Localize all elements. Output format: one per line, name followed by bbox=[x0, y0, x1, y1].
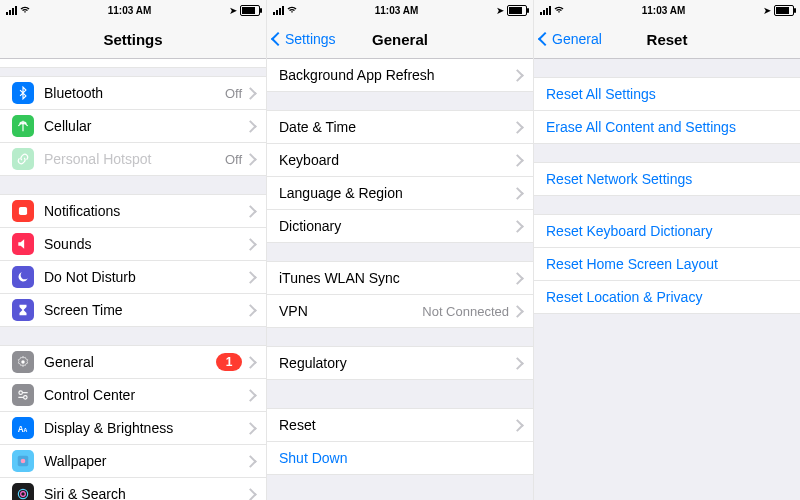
row-label: Siri & Search bbox=[44, 486, 248, 500]
row-vpn[interactable]: VPN Not Connected bbox=[267, 295, 533, 328]
chevron-right-icon bbox=[248, 389, 256, 401]
row-control-center[interactable]: Control Center bbox=[0, 379, 266, 412]
row-itunes-wlan-sync[interactable]: iTunes WLAN Sync bbox=[267, 261, 533, 295]
battery-icon bbox=[774, 5, 794, 16]
text-size-icon: AA bbox=[12, 417, 34, 439]
location-icon: ➤ bbox=[229, 5, 237, 16]
notification-badge: 1 bbox=[216, 353, 242, 371]
row-reset-network-settings[interactable]: Reset Network Settings bbox=[534, 162, 800, 196]
row-erase-all-content[interactable]: Erase All Content and Settings bbox=[534, 111, 800, 144]
row-label: Date & Time bbox=[279, 119, 515, 135]
svg-point-3 bbox=[24, 396, 27, 400]
svg-point-9 bbox=[21, 492, 26, 497]
row-regulatory[interactable]: Regulatory bbox=[267, 346, 533, 380]
row-label: Reset Keyboard Dictionary bbox=[546, 223, 713, 239]
svg-text:A: A bbox=[18, 425, 24, 434]
wifi-icon bbox=[287, 5, 297, 16]
wifi-icon bbox=[20, 5, 30, 16]
row-value: Off bbox=[225, 152, 242, 167]
row-label: Control Center bbox=[44, 387, 248, 403]
settings-list: Bluetooth Off Cellular Personal Hotspot … bbox=[0, 59, 266, 500]
location-icon: ➤ bbox=[496, 5, 504, 16]
switches-icon bbox=[12, 384, 34, 406]
chevron-right-icon bbox=[248, 87, 256, 99]
screen-settings: 11:03 AM ➤ Settings Bluetooth Off Cellul… bbox=[0, 0, 267, 500]
row-label: Reset Location & Privacy bbox=[546, 289, 702, 305]
row-wallpaper[interactable]: Wallpaper bbox=[0, 445, 266, 478]
row-language-region[interactable]: Language & Region bbox=[267, 177, 533, 210]
row-label: Regulatory bbox=[279, 355, 515, 371]
svg-point-7 bbox=[21, 459, 26, 464]
nav-bar: Settings bbox=[0, 20, 266, 59]
wallpaper-icon bbox=[12, 450, 34, 472]
row-label: Screen Time bbox=[44, 302, 248, 318]
row-label: Erase All Content and Settings bbox=[546, 119, 736, 135]
row-label: Wallpaper bbox=[44, 453, 248, 469]
svg-point-8 bbox=[18, 489, 27, 498]
row-reset-all-settings[interactable]: Reset All Settings bbox=[534, 77, 800, 111]
row-label: Cellular bbox=[44, 118, 248, 134]
general-list: Background App Refresh Date & Time Keybo… bbox=[267, 59, 533, 500]
chevron-right-icon bbox=[248, 271, 256, 283]
row-value: Not Connected bbox=[422, 304, 509, 319]
row-label: Display & Brightness bbox=[44, 420, 248, 436]
location-icon: ➤ bbox=[763, 5, 771, 16]
nav-title: Reset bbox=[647, 31, 688, 48]
svg-point-2 bbox=[19, 391, 23, 395]
chevron-right-icon bbox=[515, 357, 523, 369]
row-general[interactable]: General 1 bbox=[0, 345, 266, 379]
back-button[interactable]: Settings bbox=[273, 20, 336, 58]
svg-text:A: A bbox=[24, 427, 28, 433]
speaker-icon bbox=[12, 233, 34, 255]
row-reset[interactable]: Reset bbox=[267, 408, 533, 442]
row-label: Keyboard bbox=[279, 152, 515, 168]
chevron-right-icon bbox=[248, 205, 256, 217]
row-notifications[interactable]: Notifications bbox=[0, 194, 266, 228]
battery-icon bbox=[507, 5, 527, 16]
screen-reset: 11:03 AM ➤ General Reset Reset All Setti… bbox=[534, 0, 800, 500]
chevron-right-icon bbox=[515, 69, 523, 81]
bluetooth-icon bbox=[12, 82, 34, 104]
row-bluetooth[interactable]: Bluetooth Off bbox=[0, 76, 266, 110]
svg-point-1 bbox=[21, 360, 25, 364]
hourglass-icon bbox=[12, 299, 34, 321]
chevron-right-icon bbox=[515, 305, 523, 317]
row-value: Off bbox=[225, 86, 242, 101]
row-shut-down[interactable]: Shut Down bbox=[267, 442, 533, 475]
chevron-right-icon bbox=[248, 238, 256, 250]
chevron-left-icon bbox=[273, 31, 283, 47]
row-dictionary[interactable]: Dictionary bbox=[267, 210, 533, 243]
row-date-time[interactable]: Date & Time bbox=[267, 110, 533, 144]
row-label: Bluetooth bbox=[44, 85, 225, 101]
chevron-right-icon bbox=[248, 356, 256, 368]
moon-icon bbox=[12, 266, 34, 288]
back-button[interactable]: General bbox=[540, 20, 602, 58]
row-personal-hotspot[interactable]: Personal Hotspot Off bbox=[0, 143, 266, 176]
row-label: Personal Hotspot bbox=[44, 151, 225, 167]
chevron-right-icon bbox=[248, 488, 256, 500]
siri-icon bbox=[12, 483, 34, 500]
row-cellular[interactable]: Cellular bbox=[0, 110, 266, 143]
row-background-app-refresh[interactable]: Background App Refresh bbox=[267, 59, 533, 92]
row-reset-keyboard-dictionary[interactable]: Reset Keyboard Dictionary bbox=[534, 214, 800, 248]
row-sounds[interactable]: Sounds bbox=[0, 228, 266, 261]
row-do-not-disturb[interactable]: Do Not Disturb bbox=[0, 261, 266, 294]
row-siri-search[interactable]: Siri & Search bbox=[0, 478, 266, 500]
row-screen-time[interactable]: Screen Time bbox=[0, 294, 266, 327]
row-label: Background App Refresh bbox=[279, 67, 515, 83]
gear-icon bbox=[12, 351, 34, 373]
link-icon bbox=[12, 148, 34, 170]
row-label: Reset Network Settings bbox=[546, 171, 692, 187]
row-label: Sounds bbox=[44, 236, 248, 252]
row-reset-home-screen-layout[interactable]: Reset Home Screen Layout bbox=[534, 248, 800, 281]
row-display-brightness[interactable]: AA Display & Brightness bbox=[0, 412, 266, 445]
nav-title: Settings bbox=[103, 31, 162, 48]
row-label: Shut Down bbox=[279, 450, 523, 466]
row-label: Language & Region bbox=[279, 185, 515, 201]
back-label: General bbox=[552, 31, 602, 47]
chevron-right-icon bbox=[515, 272, 523, 284]
row-reset-location-privacy[interactable]: Reset Location & Privacy bbox=[534, 281, 800, 314]
row-keyboard[interactable]: Keyboard bbox=[267, 144, 533, 177]
status-time: 11:03 AM bbox=[375, 5, 419, 16]
chevron-left-icon bbox=[540, 31, 550, 47]
